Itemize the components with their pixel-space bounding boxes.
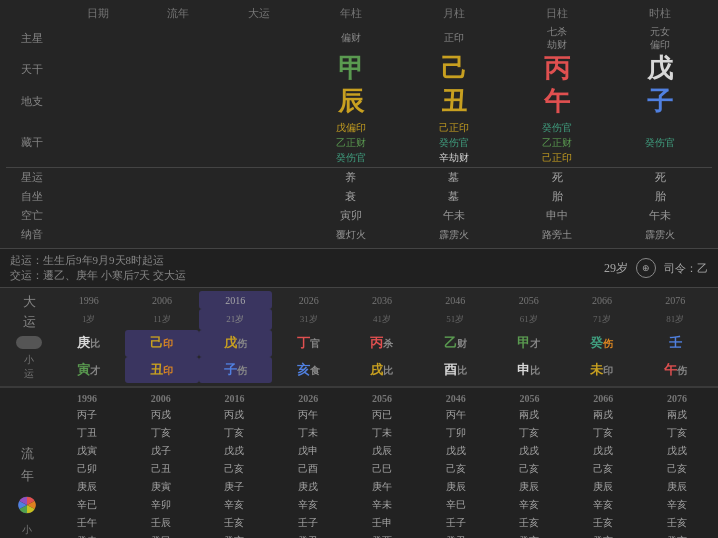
row-mainstar: 主星 偏财 正印 七杀劫财 元女偏印 (6, 23, 712, 53)
ln-row-5: 庚辰 庚寅 庚子 庚戌 庚午 庚辰 庚辰 庚辰 庚辰 (4, 478, 714, 496)
dy-tg-4-c: 丁 (297, 335, 310, 350)
lbl-zg: 藏干 (6, 118, 58, 168)
zg-ri: 癸伤官 乙正财 己正印 (505, 118, 608, 168)
zg-yue-2: 癸伤官 (439, 137, 469, 148)
dayun-section: 大 运 小运 1996 2006 2016 2026 2036 2046 205… (0, 288, 718, 386)
tg-nian: 甲 (299, 53, 402, 86)
dy-tg-9: 壬 (639, 330, 712, 357)
dy-tg-7-c: 甲 (517, 335, 530, 350)
ny-shi: 霹雳火 (609, 225, 712, 244)
dy-dz-row: 寅才 丑印 子伤 亥食 戌比 酉比 (6, 357, 712, 384)
ln-r8-c4: 癸丑 (271, 532, 345, 538)
ln-r3-c2: 戊子 (124, 442, 198, 460)
ln-r1-c7: 兩戌 (493, 406, 567, 424)
kw-ri: 申中 (505, 206, 608, 225)
kw-shi: 午未 (609, 206, 712, 225)
xy-riqi (58, 168, 138, 187)
ln-r7-c1: 壬午 (50, 514, 124, 532)
ln-hdr-2006: 2006 (124, 391, 198, 406)
ln-row-1: 丙子 丙戌 丙戌 丙午 丙已 丙午 兩戌 兩戌 兩戌 (4, 406, 714, 424)
ln-r5-c8: 庚辰 (566, 478, 640, 496)
zg-ri-3: 己正印 (542, 152, 572, 163)
zz-nian: 衰 (299, 187, 402, 206)
info-siling: 司令：乙 (664, 261, 708, 276)
ln-row-6: 辛已 辛卯 辛亥 辛亥 辛未 辛巳 辛亥 辛亥 辛亥 (4, 496, 714, 514)
ln-r1-c6: 丙午 (419, 406, 493, 424)
dy-tg-6-sub: 财 (457, 338, 467, 349)
dy-dz-6: 酉比 (419, 357, 492, 384)
dy-tg-1-sub: 比 (90, 338, 100, 349)
zg-yue-1: 己正印 (439, 122, 469, 133)
ln-r5-c5: 庚午 (345, 478, 419, 496)
row-xingyun: 星运 养 墓 死 死 (6, 168, 712, 187)
info-bar: 起运：生生后9年9月9天8时起运 交运：遷乙、庚年 小寒后7天 交大运 29岁 … (0, 248, 718, 288)
dz-shi: 子 (609, 86, 712, 119)
ln-label-liu: 流 (21, 445, 34, 463)
ln-r2-c4: 丁未 (271, 424, 345, 442)
ln-r5-c7: 庚辰 (493, 478, 567, 496)
dy-dz-3-c: 子 (224, 362, 237, 377)
dy-dz-2: 丑印 (125, 357, 198, 384)
ln-r7-c3: 壬亥 (198, 514, 272, 532)
dy-age-7: 61岁 (492, 309, 565, 330)
real-app: 日期 流年 大运 年柱 月柱 日柱 时柱 主星 偏财 正印 (0, 0, 718, 538)
lbl-kw: 空亡 (6, 206, 58, 225)
dy-yr-2016: 2016 (199, 291, 272, 309)
dy-tg-4: 丁官 (272, 330, 345, 357)
ln-hdr-2056b: 2056 (493, 391, 567, 406)
tg-riqi (58, 53, 138, 86)
xy-shi: 死 (609, 168, 712, 187)
zg-shi: 癸伤官 (609, 118, 712, 168)
ln-r8-c5: 癸酉 (345, 532, 419, 538)
dy-tg-5-c: 丙 (370, 335, 383, 350)
info-icon-btn[interactable]: ⊕ (636, 258, 656, 278)
dy-year-row: 大 运 小运 1996 2006 2016 2026 2036 2046 205… (6, 291, 712, 309)
dy-toggle[interactable] (16, 336, 42, 349)
zz-ly (138, 187, 218, 206)
colorwheel-svg (17, 495, 37, 515)
hdr-yuezhu: 月柱 (402, 4, 505, 23)
dy-yr-2076: 2076 (639, 291, 712, 309)
zz-shi: 胎 (609, 187, 712, 206)
ln-r4-c3: 己亥 (198, 460, 272, 478)
dy-yr-2066: 2066 (565, 291, 638, 309)
ln-r8-c2: 癸巳 (124, 532, 198, 538)
dy-label-yun: 运 (23, 313, 36, 331)
tg-ri: 丙 (505, 53, 608, 86)
liunian-table: 流 年 (4, 391, 714, 538)
ln-r4-c7: 己亥 (493, 460, 567, 478)
tg-dy (219, 53, 299, 86)
dy-dz-4: 亥食 (272, 357, 345, 384)
ln-hdr-1996: 1996 (50, 391, 124, 406)
ln-r7-c5: 壬申 (345, 514, 419, 532)
info-jiaoyun: 交运：遷乙、庚年 小寒后7天 交大运 (10, 268, 186, 283)
dy-tg-3-c: 戊 (224, 335, 237, 350)
lbl-tg: 天干 (6, 53, 58, 86)
dy-yr-2006: 2006 (125, 291, 198, 309)
ln-r3-c5: 戊辰 (345, 442, 419, 460)
liunian-section: 流 年 (0, 388, 718, 538)
dy-dz-7: 申比 (492, 357, 565, 384)
dy-tg-6-c: 乙 (444, 335, 457, 350)
kw-riqi (58, 206, 138, 225)
dy-age-row: 1岁 11岁 21岁 31岁 41岁 51岁 61岁 71岁 81岁 (6, 309, 712, 330)
zg-nian-3: 癸伤官 (336, 152, 366, 163)
ln-row-8: 癸未 癸巳 癸亥 癸丑 癸酉 癸丑 癸亥 癸亥 癸亥 (4, 532, 714, 538)
ln-colorwheel[interactable] (17, 495, 37, 515)
ln-r4-c2: 己丑 (124, 460, 198, 478)
dy-dz-9: 午伤 (639, 357, 712, 384)
ln-r7-c4: 壬子 (271, 514, 345, 532)
dy-tg-3-sub: 伤 (237, 338, 247, 349)
ln-r6-c3: 辛亥 (198, 496, 272, 514)
ln-r6-c8: 辛亥 (566, 496, 640, 514)
dy-dz-5-c: 戌 (370, 362, 383, 377)
ln-r2-c6: 丁卯 (419, 424, 493, 442)
hdr-shizhu: 时柱 (609, 4, 712, 23)
dz-nian: 辰 (299, 86, 402, 119)
hdr-dayun: 大运 (219, 4, 299, 23)
dy-label-da: 大 (23, 293, 36, 311)
ms-riqi (58, 23, 138, 53)
ln-r1-c8: 兩戌 (566, 406, 640, 424)
ln-r5-c6: 庚辰 (419, 478, 493, 496)
ln-r8-c7: 癸亥 (493, 532, 567, 538)
